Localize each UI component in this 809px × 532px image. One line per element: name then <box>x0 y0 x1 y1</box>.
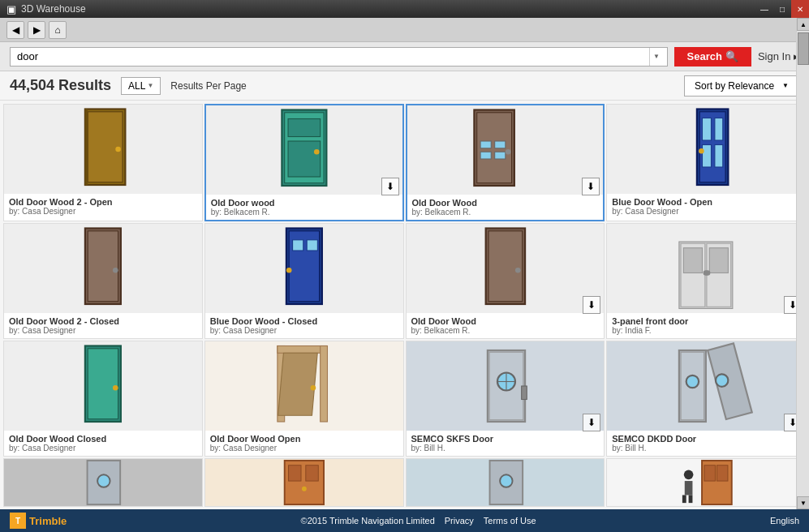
svg-rect-58 <box>708 343 752 419</box>
language-selector[interactable]: English <box>770 516 799 526</box>
footer: T Trimble ©2015 Trimble Navigation Limit… <box>0 509 809 532</box>
svg-rect-12 <box>494 141 505 148</box>
svg-rect-14 <box>494 152 505 159</box>
sort-arrow-icon: ▼ <box>782 82 789 89</box>
item-thumbnail <box>4 459 202 506</box>
item-info: Blue Door Wood - Closed by: Casa Designe… <box>205 313 403 338</box>
item-title: Old Door wood <box>211 198 398 208</box>
scroll-thumb[interactable] <box>798 32 809 65</box>
svg-rect-74 <box>689 495 693 503</box>
brand-logo: T Trimble <box>10 513 67 529</box>
list-item[interactable] <box>606 458 806 507</box>
list-item[interactable] <box>3 458 203 507</box>
item-author: by: Casa Designer <box>9 207 197 216</box>
home-button[interactable]: ⌂ <box>49 21 67 39</box>
list-item[interactable]: ⬇ 3-panel front door by: India F. <box>606 223 806 339</box>
svg-rect-69 <box>704 466 716 481</box>
search-input[interactable] <box>14 50 649 62</box>
svg-rect-63 <box>288 466 300 481</box>
list-item[interactable]: Old Door Wood 2 - Open by: Casa Designer <box>3 104 203 221</box>
list-item[interactable]: ⬇ Old Door Wood by: Belkacem R. <box>406 223 605 339</box>
item-author: by: India F. <box>612 326 800 335</box>
download-button[interactable]: ⬇ <box>583 296 600 314</box>
download-button[interactable]: ⬇ <box>381 178 399 195</box>
results-count: 44,504 Results <box>10 77 111 94</box>
copyright-text: ©2015 Trimble Navigation Limited <box>301 516 435 526</box>
filter-arrow-icon: ▼ <box>147 82 153 89</box>
maximize-btn[interactable]: □ <box>773 0 791 18</box>
item-author: by: Bill H. <box>612 444 800 453</box>
scroll-up-button[interactable]: ▲ <box>797 18 809 31</box>
item-author: by: Casa Designer <box>210 326 398 335</box>
window-controls[interactable]: — □ ✕ <box>755 0 809 18</box>
svg-point-22 <box>699 148 704 154</box>
svg-point-40 <box>705 270 711 276</box>
terms-link[interactable]: Terms of Use <box>484 516 536 526</box>
search-bar: ▼ Search 🔍 Sign In ▸ <box>0 42 809 71</box>
svg-rect-24 <box>88 231 118 302</box>
item-author: by: Casa Designer <box>612 207 800 216</box>
item-thumbnail <box>4 105 202 194</box>
list-item[interactable]: Blue Door Wood - Open by: Casa Designer <box>606 104 806 221</box>
item-info: Old Door Wood Closed by: Casa Designer <box>4 431 202 456</box>
svg-point-25 <box>113 268 118 273</box>
minimize-btn[interactable]: — <box>755 0 773 18</box>
item-thumbnail <box>407 459 605 506</box>
title-bar: ▣ 3D Warehouse — □ ✕ <box>0 0 809 18</box>
app-title: 3D Warehouse <box>21 3 86 15</box>
list-item[interactable]: Old Door Wood 2 - Closed by: Casa Design… <box>3 223 203 339</box>
item-title: Old Door Wood <box>412 198 599 208</box>
vertical-scrollbar[interactable]: ▲ ▼ <box>796 18 809 509</box>
item-thumbnail <box>407 224 605 313</box>
svg-rect-28 <box>292 240 303 251</box>
svg-point-57 <box>686 375 699 388</box>
filter-dropdown[interactable]: ALL ▼ <box>121 77 161 95</box>
item-info: Old Door Wood by: Belkacem R. <box>407 313 605 338</box>
list-item[interactable]: ⬇ Old Door Wood by: Belkacem R. <box>406 104 605 221</box>
list-item[interactable]: ⬇ SEMCO DKDD Door by: Bill H. <box>606 341 806 457</box>
svg-point-30 <box>286 268 292 273</box>
svg-point-15 <box>505 149 510 155</box>
item-info: Old Door Wood by: Belkacem R. <box>407 195 604 220</box>
brand-name: Trimble <box>29 515 67 527</box>
privacy-link[interactable]: Privacy <box>445 516 474 526</box>
item-author: by: Belkacem R. <box>211 208 398 217</box>
scroll-down-button[interactable]: ▼ <box>797 496 809 509</box>
item-thumbnail <box>407 105 604 195</box>
item-info: SEMCO DKDD Door by: Bill H. <box>607 431 805 456</box>
sort-dropdown[interactable]: Sort by Relevance ▼ <box>684 75 799 97</box>
list-item[interactable]: Old Door Wood Open by: Casa Designer <box>204 341 404 457</box>
svg-point-43 <box>113 385 118 391</box>
download-button[interactable]: ⬇ <box>582 178 600 195</box>
svg-rect-47 <box>278 353 317 415</box>
svg-rect-73 <box>682 495 686 503</box>
list-item[interactable]: Old Door Wood Closed by: Casa Designer <box>3 341 203 457</box>
forward-button[interactable]: ▶ <box>28 21 45 39</box>
list-item[interactable]: ⬇ Old Door wood by: Belkacem R. <box>204 104 404 221</box>
back-button[interactable]: ◀ <box>6 21 24 39</box>
search-input-container[interactable]: ▼ <box>10 47 668 66</box>
svg-rect-3 <box>85 109 88 186</box>
item-author: by: Casa Designer <box>210 444 398 453</box>
list-item[interactable] <box>406 458 605 507</box>
download-button[interactable]: ⬇ <box>583 414 600 431</box>
item-thumbnail <box>4 341 202 431</box>
close-btn[interactable]: ✕ <box>791 0 809 18</box>
list-item[interactable]: ⬇ SEMCO SKFS Door by: Bill H. <box>406 341 605 457</box>
item-info: Old Door Wood 2 - Open by: Casa Designer <box>4 194 202 219</box>
search-button[interactable]: Search 🔍 <box>674 47 751 66</box>
search-dropdown-arrow[interactable]: ▼ <box>649 48 664 66</box>
item-thumbnail <box>607 459 805 506</box>
svg-point-61 <box>97 474 110 487</box>
svg-rect-70 <box>717 466 729 481</box>
sign-in-link[interactable]: Sign In ▸ <box>758 50 799 62</box>
item-thumbnail <box>206 105 402 195</box>
svg-point-59 <box>716 374 729 388</box>
svg-rect-19 <box>715 118 723 141</box>
list-item[interactable] <box>204 458 404 507</box>
svg-point-67 <box>500 474 512 487</box>
list-item[interactable]: Blue Door Wood - Closed by: Casa Designe… <box>204 223 404 339</box>
filter-label: ALL <box>128 80 145 92</box>
nav-toolbar: ◀ ▶ ⌂ <box>0 18 809 42</box>
item-author: by: Belkacem R. <box>411 326 600 335</box>
